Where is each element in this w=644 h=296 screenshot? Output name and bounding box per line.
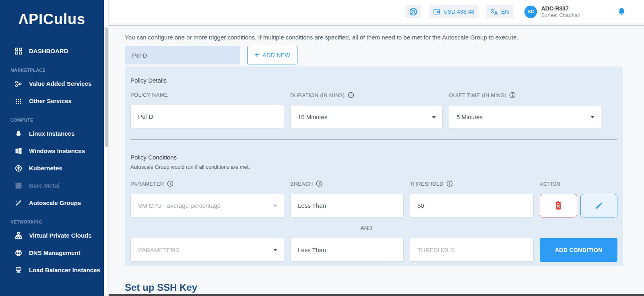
parameter-column-label: PARAMETER xyxy=(130,180,284,187)
language-label: EN xyxy=(501,8,509,15)
sidebar-item-label: Kubernetes xyxy=(29,165,62,172)
threshold-column-label: THRESHOLD xyxy=(410,180,534,187)
sidebar-item-kubernetes[interactable]: Kubernetes xyxy=(0,159,104,177)
page-body: You can configure one or more trigger co… xyxy=(109,27,644,296)
new-parameter-select[interactable]: PARAMETERS xyxy=(130,238,284,262)
breach-column-label: BREACH xyxy=(290,180,404,187)
sidebar-item-virtual-private-clouds[interactable]: Virtual Private Clouds xyxy=(0,227,104,244)
chevron-down-icon xyxy=(273,249,277,251)
policy-panel: Policy Details POLICY NAME DURATION (IN … xyxy=(125,66,623,266)
quiet-time-value: 5 Minutes xyxy=(456,114,483,120)
chevron-down-icon xyxy=(432,116,436,118)
sitemap-icon xyxy=(14,232,23,239)
sidebar-item-label: Linux Instances xyxy=(29,130,74,137)
info-icon[interactable] xyxy=(446,180,453,187)
sidebar-item-label: Virtual Private Clouds xyxy=(29,232,92,239)
sidebar-item-label: Other Services xyxy=(29,97,72,104)
section-divider xyxy=(130,139,617,140)
kubernetes-icon xyxy=(14,165,23,172)
condition-breach-input[interactable] xyxy=(290,194,404,217)
logo-text: ΛPICulus xyxy=(19,11,85,28)
action-column-label: ACTION xyxy=(540,180,617,187)
apiculus-logo: ΛPICulus xyxy=(0,0,104,38)
share-nodes-icon xyxy=(14,80,23,87)
server-icon xyxy=(14,182,23,189)
and-separator: AND xyxy=(130,217,534,238)
policy-tab-pol-d[interactable]: Pol-D xyxy=(125,46,240,64)
globe-icon xyxy=(14,249,23,257)
add-new-button[interactable]: + ADD NEW xyxy=(247,46,297,64)
sidebar-item-label: Value Added Services xyxy=(29,80,91,87)
duration-label: DURATION (IN MINS) xyxy=(290,92,443,98)
sidebar-item-label: DNS Management xyxy=(29,249,80,256)
life-ring-icon xyxy=(409,7,418,16)
policy-conditions-subtext: Autoscale Group would run if all conditi… xyxy=(130,164,617,170)
language-button[interactable]: EN xyxy=(486,5,513,19)
ssh-section-title: Set up SSH Key xyxy=(125,282,628,293)
policy-details-heading: Policy Details xyxy=(130,77,617,84)
info-icon[interactable] xyxy=(509,92,516,98)
sidebar-section-marketplace: MARKETPLACE xyxy=(0,60,104,75)
chevron-down-icon xyxy=(590,116,594,118)
duration-value: 10 Minutes xyxy=(298,114,327,120)
policy-tab-label: Pol-D xyxy=(132,52,147,59)
info-icon[interactable] xyxy=(167,180,173,187)
add-new-label: ADD NEW xyxy=(262,52,290,58)
info-icon[interactable] xyxy=(316,180,322,187)
help-button[interactable] xyxy=(405,5,421,19)
sidebar-section-compute: COMPUTE xyxy=(0,110,104,125)
sidebar-item-windows-instances[interactable]: Windows Instances xyxy=(0,142,104,159)
header-divider xyxy=(109,25,644,26)
condition-parameter-value: VM CPU - average percentage xyxy=(138,202,221,209)
edit-condition-button[interactable] xyxy=(580,194,618,217)
new-breach-input[interactable] xyxy=(290,238,404,262)
condition-threshold-input[interactable] xyxy=(410,194,534,217)
dashboard-icon xyxy=(14,48,23,55)
sidebar-item-other-services[interactable]: Other Services xyxy=(0,92,104,110)
top-header-bar: USD 438.48 EN SC ADC-R337 Surjeet Chauha… xyxy=(109,0,644,23)
delete-condition-button[interactable] xyxy=(540,194,577,217)
chevron-down-icon xyxy=(273,205,277,207)
sidebar-scrollbar-track[interactable] xyxy=(104,0,109,296)
window-bottom-edge xyxy=(109,294,644,296)
bell-icon xyxy=(617,7,626,16)
new-parameter-placeholder: PARAMETERS xyxy=(138,246,179,253)
sidebar-item-autoscale-groups[interactable]: Autoscale Groups xyxy=(0,194,104,211)
quiet-time-select[interactable]: 5 Minutes xyxy=(449,105,601,129)
sidebar: ΛPICulus DASHBOARD MARKETPLACE Value Add… xyxy=(0,0,104,296)
pencil-icon xyxy=(595,202,603,210)
plus-icon: + xyxy=(254,50,259,60)
add-condition-button[interactable]: ADD CONDITION xyxy=(540,238,617,262)
user-name: Surjeet Chauhan xyxy=(541,12,580,19)
sidebar-item-label: Load Balancer Instances xyxy=(29,267,100,273)
trash-icon xyxy=(554,201,562,210)
sidebar-item-linux-instances[interactable]: Linux Instances xyxy=(0,125,104,142)
sidebar-item-load-balancer-instances[interactable]: Load Balancer Instances xyxy=(0,261,104,279)
policy-name-input[interactable] xyxy=(130,105,284,128)
sidebar-item-dashboard[interactable]: DASHBOARD xyxy=(0,42,104,60)
sidebar-section-networking: NETWORKING xyxy=(0,211,104,227)
grid-dots-icon xyxy=(14,97,23,105)
sidebar-item-label: Autoscale Groups xyxy=(29,199,81,206)
sidebar-item-dns-management[interactable]: DNS Management xyxy=(0,244,104,261)
balance-button[interactable]: USD 438.48 xyxy=(429,5,479,19)
main-content: Define Scale Down USD 438.48 EN SC ADC-R… xyxy=(109,0,644,296)
page-subtitle: You can configure one or more trigger co… xyxy=(125,34,628,41)
sidebar-item-value-added-services[interactable]: Value Added Services xyxy=(0,75,104,92)
account-id: ADC-R337 xyxy=(541,5,580,12)
new-threshold-input[interactable] xyxy=(410,238,534,262)
sidebar-scrollbar-thumb[interactable] xyxy=(105,27,108,147)
info-icon[interactable] xyxy=(348,92,354,98)
load-balancer-icon xyxy=(14,267,23,274)
policy-name-label: POLICY NAME xyxy=(130,92,284,98)
avatar: SC xyxy=(524,6,537,18)
user-menu[interactable]: SC ADC-R337 Surjeet Chauhan xyxy=(524,5,580,19)
duration-select[interactable]: 10 Minutes xyxy=(290,105,443,129)
sidebar-item-bare-metal[interactable]: Bare Metal xyxy=(0,177,104,194)
notifications-button[interactable] xyxy=(617,7,626,16)
sidebar-item-label: Bare Metal xyxy=(29,182,60,189)
sidebar-item-label: DASHBOARD xyxy=(29,48,68,54)
balance-label: USD 438.48 xyxy=(444,8,474,15)
linux-icon xyxy=(14,130,23,137)
condition-parameter-select[interactable]: VM CPU - average percentage xyxy=(130,194,284,217)
